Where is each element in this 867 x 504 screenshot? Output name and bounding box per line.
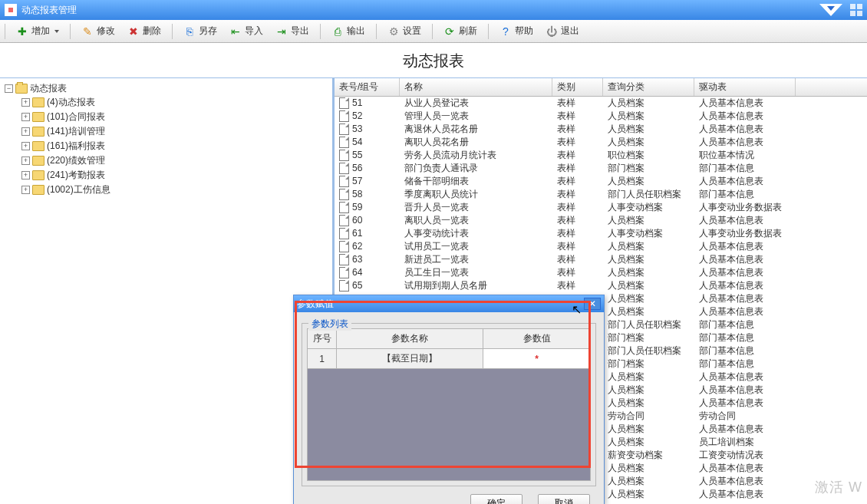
table-row[interactable]: 60离职人员一览表表样人员档案人员基本信息表 [335, 214, 867, 227]
table-row[interactable]: 58季度离职人员统计表样部门人员任职档案部门基本信息 [335, 188, 867, 201]
param-value-cell[interactable]: * [483, 349, 591, 369]
expand-icon[interactable]: + [21, 156, 30, 165]
tree-node-label: (161)福利报表 [47, 140, 105, 153]
file-icon [339, 267, 349, 278]
add-button[interactable]: ✚增加 [13, 23, 62, 39]
folder-icon [32, 112, 45, 122]
file-icon [339, 163, 349, 174]
dialog-title: 参数赋值 [297, 298, 334, 311]
param-row[interactable]: 1 【截至日期】 * [308, 349, 591, 369]
save-as-button[interactable]: ⎘另存 [180, 23, 220, 39]
file-icon [339, 110, 349, 122]
table-row[interactable]: 57储备干部明细表表样人员档案人员基本信息表 [335, 175, 867, 188]
watermark: 激活 W [815, 478, 862, 496]
help-button[interactable]: ?帮助 [496, 23, 536, 39]
col-query[interactable]: 查询分类 [603, 78, 694, 96]
app-icon [5, 4, 17, 16]
table-row[interactable]: 59晋升人员一览表表样人事变动档案人事变动业务数据表 [335, 201, 867, 214]
cancel-button[interactable]: 取消 [538, 494, 590, 504]
file-icon [339, 202, 349, 213]
table-row[interactable]: 62试用员工一览表表样人员档案人员基本信息表 [335, 240, 867, 253]
table-row[interactable]: 61人事变动统计表表样人事变动档案人事变动业务数据表 [335, 227, 867, 240]
tree-node-label: (241)考勤报表 [47, 169, 105, 182]
expand-icon[interactable]: + [21, 171, 30, 180]
param-col-value: 参数值 [483, 329, 591, 349]
param-seq: 1 [308, 349, 337, 369]
output-button[interactable]: ⎙输出 [328, 23, 368, 39]
toolbar: ✚增加 ✎修改 ✖删除 ⎘另存 ⇤导入 ⇥导出 ⎙输出 ⚙设置 ⟳刷新 ?帮助 … [0, 20, 867, 43]
expand-icon[interactable]: + [21, 142, 30, 150]
col-id[interactable]: 表号/组号 [335, 78, 400, 96]
help-icon: ? [499, 25, 512, 38]
dialog-titlebar[interactable]: 参数赋值 ✕ [294, 295, 604, 312]
delete-icon: ✖ [127, 25, 140, 38]
file-icon [339, 97, 349, 109]
col-name[interactable]: 名称 [400, 78, 552, 96]
tree-node[interactable]: +(101)合同报表 [21, 110, 105, 124]
expand-icon[interactable]: + [21, 127, 30, 136]
save-as-icon: ⎘ [183, 25, 196, 38]
tree-node[interactable]: +(141)培训管理 [21, 125, 105, 138]
export-button[interactable]: ⇥导出 [272, 23, 312, 39]
refresh-icon: ⟳ [443, 25, 456, 38]
table-row[interactable]: 56部门负责人通讯录表样部门档案部门基本信息 [335, 162, 867, 175]
file-icon [339, 137, 349, 148]
expand-icon[interactable]: + [21, 113, 30, 121]
file-icon [339, 241, 349, 252]
edit-button[interactable]: ✎修改 [78, 23, 118, 39]
report-tree: − 动态报表 +(4)动态报表+(101)合同报表+(141)培训管理+(161… [0, 78, 335, 504]
chevron-down-icon[interactable] [819, 4, 842, 16]
tree-node-label: (1002)工伤信息 [47, 183, 110, 196]
col-cat[interactable]: 类别 [552, 78, 603, 96]
file-icon [339, 280, 349, 292]
exit-button[interactable]: ⏻退出 [542, 23, 582, 39]
ok-button[interactable]: 确定 [470, 494, 523, 504]
col-drive[interactable]: 驱动表 [694, 78, 796, 96]
table-row[interactable]: 65试用期到期人员名册表样人员档案人员基本信息表 [335, 279, 867, 292]
edit-icon: ✎ [81, 25, 94, 38]
exit-icon: ⏻ [546, 25, 558, 38]
page-title: 动态报表 [0, 43, 867, 77]
import-button[interactable]: ⇤导入 [226, 23, 266, 39]
expand-icon[interactable]: + [21, 98, 30, 107]
layout-grid-icon[interactable] [850, 4, 862, 16]
table-row[interactable]: 63新进员工一览表表样人员档案人员基本信息表 [335, 253, 867, 266]
settings-button[interactable]: ⚙设置 [384, 23, 424, 39]
folder-icon [15, 84, 28, 94]
file-icon [339, 228, 349, 239]
refresh-button[interactable]: ⟳刷新 [440, 23, 480, 39]
tree-node-label: (101)合同报表 [47, 110, 105, 124]
tree-node[interactable]: +(161)福利报表 [21, 140, 105, 153]
table-row[interactable]: 64员工生日一览表表样人员档案人员基本信息表 [335, 266, 867, 279]
file-icon [339, 254, 349, 265]
param-name: 【截至日期】 [337, 349, 483, 369]
collapse-icon[interactable]: − [5, 84, 13, 93]
add-icon: ✚ [16, 25, 28, 38]
tree-node[interactable]: +(1002)工伤信息 [21, 183, 110, 196]
param-col-name: 参数名称 [337, 329, 483, 349]
folder-icon [32, 127, 45, 137]
folder-icon [32, 156, 45, 166]
table-row[interactable]: 55劳务人员流动月统计表表样职位档案职位基本情况 [335, 149, 867, 162]
grid-header: 表号/组号 名称 类别 查询分类 驱动表 [335, 78, 867, 97]
dialog-close-button[interactable]: ✕ [584, 298, 601, 310]
tree-node[interactable]: +(220)绩效管理 [21, 154, 105, 167]
param-assign-dialog: 参数赋值 ✕ ↖ 参数列表 序号 参数名称 参数值 1 【截至日期】 * 确定 … [293, 295, 605, 504]
table-row[interactable]: 54离职人员花名册表样人员档案人员基本信息表 [335, 136, 867, 149]
table-row[interactable]: 52管理人员一览表表样人员档案人员基本信息表 [335, 110, 867, 123]
export-icon: ⇥ [275, 25, 288, 38]
expand-icon[interactable]: + [21, 186, 30, 194]
table-row[interactable]: 53离退休人员花名册表样人员档案人员基本信息表 [335, 123, 867, 136]
tree-node[interactable]: +(4)动态报表 [21, 96, 95, 109]
folder-icon [32, 141, 45, 151]
table-row[interactable]: 51从业人员登记表表样人员档案人员基本信息表 [335, 97, 867, 110]
file-icon [339, 189, 349, 200]
folder-icon [32, 170, 45, 180]
window-titlebar: 动态报表管理 [0, 0, 867, 20]
tree-root[interactable]: − 动态报表 [5, 82, 67, 95]
tree-node-label: (4)动态报表 [47, 96, 95, 109]
tree-root-label: 动态报表 [30, 82, 67, 95]
param-table-empty-area [307, 369, 591, 481]
delete-button[interactable]: ✖删除 [124, 23, 164, 39]
tree-node[interactable]: +(241)考勤报表 [21, 169, 105, 182]
